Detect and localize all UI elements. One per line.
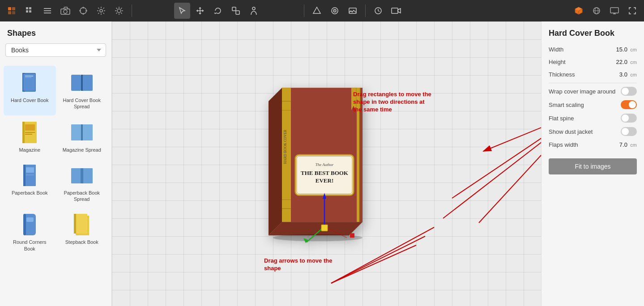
dust-jacket-toggle[interactable] (621, 127, 637, 136)
svg-point-18 (100, 9, 102, 12)
svg-rect-36 (349, 8, 356, 13)
svg-rect-0 (8, 7, 11, 10)
settings-button[interactable] (93, 3, 109, 19)
hard-cover-book-spread-label: Hard Cover Book Spread (60, 97, 105, 110)
screen-button[interactable] (606, 3, 623, 19)
prop-row-thickness: Thickness 3.0 cm (549, 70, 637, 78)
target-tool-button[interactable] (327, 3, 343, 19)
svg-line-27 (116, 13, 117, 13)
video-button[interactable] (388, 3, 404, 19)
camera-button[interactable] (57, 3, 73, 19)
divider-3 (365, 4, 366, 17)
move-tool-button[interactable] (192, 3, 208, 19)
globe-button[interactable] (589, 3, 605, 19)
image-tool-button[interactable] (345, 3, 361, 19)
sun-button[interactable] (111, 3, 127, 19)
shapes-grid: Hard Cover Book Hard Cover Book Spread (0, 62, 111, 261)
divider-2 (304, 4, 304, 17)
annotation-drag-rectangles: Drag rectangles to move the shape in two… (353, 91, 434, 114)
toolbar (0, 0, 644, 21)
svg-point-97 (273, 234, 363, 241)
svg-point-35 (334, 10, 335, 11)
hard-cover-book-icon (18, 71, 41, 94)
svg-point-12 (64, 10, 67, 13)
height-unit: cm (630, 60, 637, 65)
tool-group-right (571, 3, 640, 19)
shape-item-stepback-book[interactable]: Stepback Book (56, 208, 108, 257)
thickness-value: 3.0 (619, 71, 627, 78)
main-area: Shapes Books Hard Cover Book (0, 21, 644, 306)
hard-cover-book-spread-icon (70, 71, 94, 94)
annotation-drag-arrows: Drag arrows to move the shape (264, 257, 336, 272)
svg-rect-31 (236, 11, 239, 14)
thickness-value-group: 3.0 cm (619, 70, 637, 78)
canvas-area[interactable]: The Author THE BEST BOOK EVER! HARD BOOK… (112, 21, 541, 306)
svg-rect-2 (8, 11, 11, 14)
shape-item-paperback-book-spread[interactable]: Paperback Book Spread (56, 158, 108, 208)
shape-item-hard-cover-book[interactable]: Hard Cover Book (4, 66, 56, 115)
scale-tool-button[interactable] (228, 3, 244, 19)
divider-props (549, 83, 637, 83)
smart-scaling-toggle[interactable] (621, 100, 637, 109)
svg-rect-30 (232, 7, 236, 11)
flat-spine-toggle[interactable] (621, 114, 637, 123)
right-panel: Hard Cover Book Width 15.0 cm Height 22.… (541, 21, 644, 306)
svg-rect-40 (392, 8, 398, 13)
menu-button[interactable] (39, 3, 55, 19)
svg-rect-69 (71, 168, 81, 183)
tool-group-time (370, 3, 404, 19)
box-3d-button[interactable] (571, 3, 587, 19)
prop-row-height: Height 22.0 cm (549, 58, 637, 66)
category-dropdown[interactable]: Books (5, 43, 106, 57)
shape-item-paperback-book[interactable]: Paperback Book (4, 158, 56, 208)
crosshair-button[interactable] (75, 3, 91, 19)
fit-to-images-button[interactable]: Fit to images (549, 158, 637, 174)
stepback-book-icon (70, 213, 94, 236)
mount-tool-button[interactable] (309, 3, 325, 19)
svg-rect-68 (26, 174, 34, 175)
svg-rect-71 (81, 168, 83, 183)
clock-button[interactable] (370, 3, 386, 19)
person-tool-button[interactable] (246, 3, 262, 19)
svg-marker-96 (269, 222, 363, 235)
thickness-unit: cm (630, 72, 637, 77)
fullscreen-button[interactable] (624, 3, 640, 19)
shape-item-magazine[interactable]: Magazine (4, 115, 56, 158)
shape-item-hard-cover-book-spread[interactable]: Hard Cover Book Spread (56, 66, 108, 115)
width-unit: cm (630, 47, 637, 52)
paperback-book-spread-icon (70, 164, 94, 187)
flaps-width-label: Flaps width (549, 141, 578, 148)
svg-point-13 (80, 8, 86, 14)
svg-rect-66 (23, 165, 26, 186)
thickness-label: Thickness (549, 71, 575, 78)
wrap-cover-toggle[interactable] (621, 87, 637, 96)
height-value: 22.0 (616, 59, 627, 65)
shape-item-round-corners-book[interactable]: Round Corners Book (4, 208, 56, 257)
svg-rect-5 (29, 7, 31, 9)
shape-item-magazine-spread[interactable]: Magazine Spread (56, 115, 108, 158)
add-button[interactable] (4, 3, 20, 19)
shapes-sidebar: Shapes Books Hard Cover Book (0, 21, 112, 306)
svg-rect-60 (25, 134, 32, 135)
divider-1 (132, 4, 132, 17)
smart-scaling-label: Smart scaling (549, 102, 584, 108)
svg-rect-3 (12, 11, 15, 14)
select-tool-button[interactable] (174, 3, 190, 19)
panel-title: Hard Cover Book (549, 29, 637, 38)
width-value-group: 15.0 cm (616, 45, 637, 53)
width-label: Width (549, 46, 563, 53)
svg-rect-67 (26, 167, 34, 173)
hard-cover-book-label: Hard Cover Book (11, 97, 48, 103)
svg-rect-52 (71, 75, 81, 91)
svg-text:THE BEST BOOK: THE BEST BOOK (301, 170, 349, 176)
magazine-icon (18, 121, 41, 144)
rotate-tool-button[interactable] (210, 3, 226, 19)
svg-rect-74 (26, 217, 34, 222)
grid-button[interactable] (21, 3, 38, 19)
tool-group-scene (309, 3, 361, 19)
svg-rect-57 (22, 122, 25, 143)
svg-text:EVER!: EVER! (315, 177, 333, 184)
round-corners-book-label: Round Corners Book (7, 239, 52, 252)
svg-rect-58 (25, 124, 35, 131)
paperback-book-label: Paperback Book (12, 190, 48, 196)
